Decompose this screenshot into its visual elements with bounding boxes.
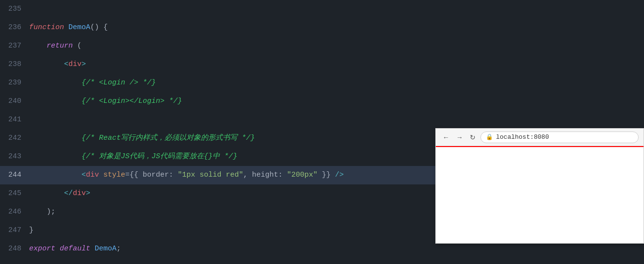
comment-242: {/* React写行内样式，必须以对象的形式书写 */}	[29, 134, 255, 142]
code-editor: 235 236 function DemoA() { 237 return ( …	[0, 0, 644, 264]
function-name: DemoA	[68, 23, 90, 32]
line-number-238: 238	[0, 55, 29, 74]
line-number-241: 241	[0, 111, 29, 129]
browser-content	[436, 146, 644, 243]
line-number-239: 239	[0, 74, 29, 92]
browser-url-bar[interactable]: 🔒 localhost:8080	[480, 132, 639, 143]
code-line-237: 237 return (	[0, 37, 644, 55]
browser-url-text: localhost:8080	[496, 133, 549, 141]
line-content-240: {/* <Login></Login> */}	[29, 92, 644, 111]
line-number-237: 237	[0, 37, 29, 55]
line-number-248: 248	[0, 240, 29, 258]
comment-243: {/* 对象是JS代码，JS代码需要放在{}中 */}	[29, 152, 237, 161]
line-number-249: 249	[0, 258, 29, 264]
browser-refresh-button[interactable]: ↻	[468, 132, 478, 142]
code-line-236: 236 function DemoA() {	[0, 18, 644, 37]
line-number-244: 244	[0, 166, 29, 184]
code-line-239: 239 {/* <Login /> */}	[0, 74, 644, 92]
code-line-241: 241	[0, 111, 644, 129]
code-line-235: 235	[0, 0, 644, 18]
code-line-238: 238 <div>	[0, 55, 644, 74]
line-number-240: 240	[0, 92, 29, 111]
code-line-249: 249	[0, 258, 644, 264]
line-content-238: <div>	[29, 55, 644, 74]
line-number-247: 247	[0, 221, 29, 240]
browser-back-button[interactable]: ←	[441, 132, 451, 142]
line-number-242: 242	[0, 129, 29, 148]
browser-forward-button[interactable]: →	[454, 132, 465, 142]
browser-secure-icon: 🔒	[486, 133, 493, 141]
comment-239: {/* <Login /> */}	[29, 79, 156, 87]
comment-240: {/* <Login></Login> */}	[29, 97, 182, 105]
line-content-236: function DemoA() {	[29, 18, 644, 37]
keyword-function: function	[29, 23, 64, 32]
line-number-246: 246	[0, 203, 29, 221]
line-content-237: return (	[29, 37, 644, 55]
line-content-239: {/* <Login /> */}	[29, 74, 644, 92]
browser-preview: ← → ↻ 🔒 localhost:8080	[435, 128, 644, 244]
browser-toolbar: ← → ↻ 🔒 localhost:8080	[436, 129, 644, 146]
code-line-240: 240 {/* <Login></Login> */}	[0, 92, 644, 111]
line-number-245: 245	[0, 184, 29, 203]
line-number-235: 235	[0, 0, 29, 18]
line-number-236: 236	[0, 18, 29, 37]
line-number-243: 243	[0, 148, 29, 166]
